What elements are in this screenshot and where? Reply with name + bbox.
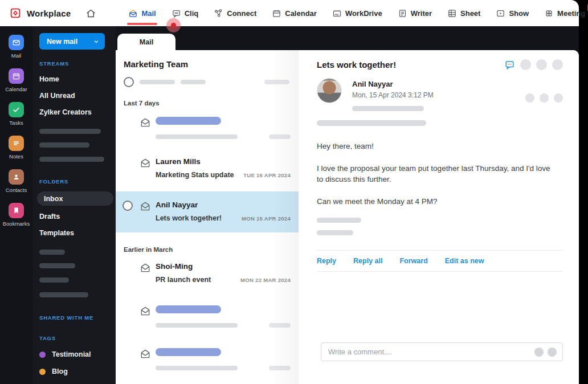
tag-label: Testimonial: [52, 350, 91, 358]
row-checkbox[interactable]: [122, 201, 133, 211]
rail-item-mail[interactable]: Mail: [9, 35, 24, 59]
body-paragraph: I love the proposal your team put togeth…: [317, 163, 556, 185]
mail-row-lauren-mills[interactable]: Lauren Mills Marketing Stats update TUE …: [116, 149, 299, 186]
presentation-icon: [496, 9, 505, 18]
toolbar-skeleton-icon[interactable]: [552, 59, 563, 70]
rail-item-tasks[interactable]: Tasks: [9, 102, 24, 126]
main-content: Mail Marketing Team Last 7 days: [116, 26, 579, 384]
rail-item-notes[interactable]: Notes: [9, 136, 24, 160]
skeleton-subject-bar: [156, 366, 238, 370]
rail-label-bookmarks: Bookmarks: [3, 220, 30, 227]
tab-writer[interactable]: Writer: [398, 0, 432, 26]
notifications-bell-icon[interactable]: 5: [585, 7, 588, 19]
skeleton-sender-bar: [156, 305, 221, 313]
chevron-down-icon[interactable]: [85, 38, 105, 45]
notes-icon: [9, 136, 24, 151]
comment-input[interactable]: [321, 348, 534, 356]
skeleton-bar: [39, 263, 75, 268]
mail-tab[interactable]: Mail: [117, 34, 175, 51]
sidebar-item-inbox[interactable]: Inbox: [37, 191, 113, 206]
edit-as-new-button[interactable]: Edit as new: [445, 257, 484, 265]
sender-avatar[interactable]: [317, 78, 342, 103]
skeleton-bar: [39, 277, 69, 283]
tag-blog[interactable]: Blog: [39, 367, 109, 375]
skeleton-bar: [352, 106, 424, 111]
tab-mail-label: Mail: [141, 9, 156, 18]
message-timestamp: Mon, 15 Apr 2024 3:12 PM: [352, 91, 434, 99]
workplace-logo-icon: [9, 7, 22, 19]
streams-section-title: STREAMS: [39, 60, 109, 67]
list-header-row: [124, 77, 299, 87]
envelope-open-icon: [140, 348, 151, 362]
tab-show-label: Show: [509, 9, 529, 18]
tag-testimonial[interactable]: Testimonial: [39, 350, 109, 358]
select-all-checkbox[interactable]: [124, 77, 134, 87]
mail-row-skeleton[interactable]: [116, 341, 299, 376]
new-mail-button[interactable]: New mail: [39, 33, 105, 50]
reading-pane: Lets work together! Anil Nay: [308, 50, 579, 384]
skeleton-bar: [39, 157, 104, 162]
forward-button[interactable]: Forward: [399, 257, 427, 265]
mail-row-anil-nayyar[interactable]: Anil Nayyar Lets work together! MON 15 A…: [116, 191, 299, 232]
comments-icon[interactable]: [504, 59, 515, 70]
message-action-skeleton-icon[interactable]: [540, 93, 549, 103]
skeleton-date-bar: [269, 366, 291, 370]
mail-sidebar: New mail STREAMS Home All Unread Zylker …: [32, 26, 116, 384]
workplace-logo[interactable]: Workplace: [0, 7, 71, 19]
tab-calendar-label: Calendar: [285, 9, 317, 18]
comment-action-skeleton-icon[interactable]: [548, 348, 557, 357]
divider: [317, 271, 563, 272]
sidebar-item-zylker-creators[interactable]: Zylker Creators: [39, 108, 109, 116]
mail-sender: Shoi-Ming: [156, 262, 291, 271]
reply-all-button[interactable]: Reply all: [353, 257, 382, 265]
mail-list: Marketing Team Last 7 days: [116, 50, 299, 384]
rail-label-calendar: Calendar: [5, 86, 27, 92]
mail-icon: [128, 9, 138, 18]
skeleton-subject-bar: [156, 323, 238, 328]
tab-cliq-label: Cliq: [185, 9, 199, 18]
toolbar-skeleton-icon[interactable]: [520, 59, 531, 70]
new-mail-label: New mail: [39, 38, 77, 46]
envelope-open-icon: [140, 262, 151, 276]
sidebar-item-templates[interactable]: Templates: [39, 229, 109, 237]
tab-meeting[interactable]: Meeting: [544, 0, 585, 26]
mail-row-skeleton[interactable]: [116, 110, 299, 145]
tab-mail[interactable]: Mail: [128, 0, 156, 26]
onboarding-pulse-dot[interactable]: [166, 18, 181, 32]
brand-name: Workplace: [27, 9, 71, 18]
message-action-skeleton-icon[interactable]: [525, 93, 534, 103]
comment-box: [321, 342, 563, 361]
mail-row-skeleton[interactable]: [116, 299, 299, 333]
mail-sender: Lauren Mills: [156, 157, 291, 166]
rail-item-contacts[interactable]: Contacts: [6, 169, 27, 193]
tab-sheet[interactable]: Sheet: [447, 0, 480, 26]
mail-row-shoi-ming[interactable]: Shoi-Ming PR launch event MON 22 MAR 202…: [116, 254, 299, 291]
skeleton-bar: [181, 80, 206, 84]
rail-item-calendar[interactable]: Calendar: [5, 68, 27, 92]
shared-section-title[interactable]: SHARED WITH ME: [39, 314, 109, 321]
toolbar-skeleton-icon[interactable]: [536, 59, 547, 70]
reply-actions: Reply Reply all Forward Edit as new: [317, 251, 563, 271]
rail-item-bookmarks[interactable]: Bookmarks: [3, 203, 30, 227]
body-paragraph: Hey there, team!: [317, 141, 563, 152]
sidebar-item-drafts[interactable]: Drafts: [39, 213, 109, 220]
skeleton-bar: [140, 80, 175, 84]
message-action-skeleton-icon[interactable]: [554, 93, 563, 103]
calendar-icon: [272, 9, 281, 18]
reply-button[interactable]: Reply: [317, 257, 336, 265]
tab-show[interactable]: Show: [496, 0, 529, 26]
tab-connect[interactable]: Connect: [214, 0, 256, 26]
home-icon[interactable]: [85, 8, 96, 19]
tab-workdrive[interactable]: WorkDrive: [332, 0, 382, 26]
sender-block: Anil Nayyar Mon, 15 Apr 2024 3:12 PM: [317, 78, 563, 111]
skeleton-bar: [317, 120, 426, 126]
check-icon: [9, 102, 24, 117]
tab-calendar[interactable]: Calendar: [272, 0, 317, 26]
rail-label-contacts: Contacts: [6, 187, 27, 193]
sidebar-item-all-unread[interactable]: All Unread: [39, 92, 109, 100]
skeleton-bar: [39, 292, 88, 297]
skeleton-subject-bar: [156, 134, 238, 139]
comment-action-skeleton-icon[interactable]: [534, 348, 544, 357]
mail-panel: Marketing Team Last 7 days: [116, 50, 579, 384]
sidebar-item-home[interactable]: Home: [39, 75, 109, 83]
